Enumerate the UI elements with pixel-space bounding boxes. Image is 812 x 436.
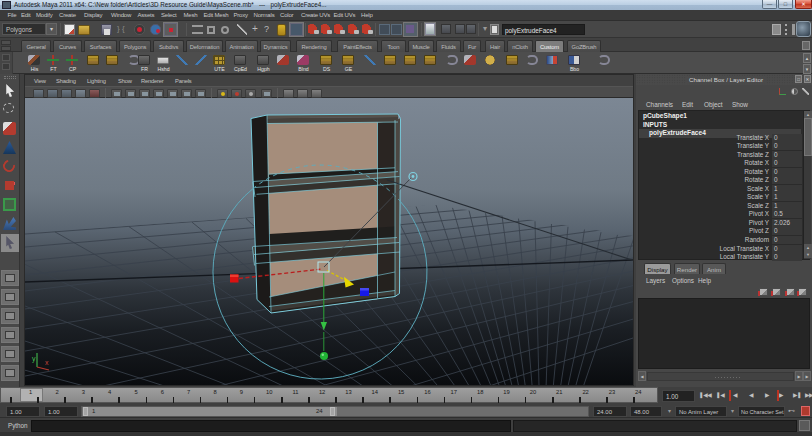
svg-text:x: x <box>45 359 49 366</box>
svg-text:y: y <box>32 355 36 363</box>
